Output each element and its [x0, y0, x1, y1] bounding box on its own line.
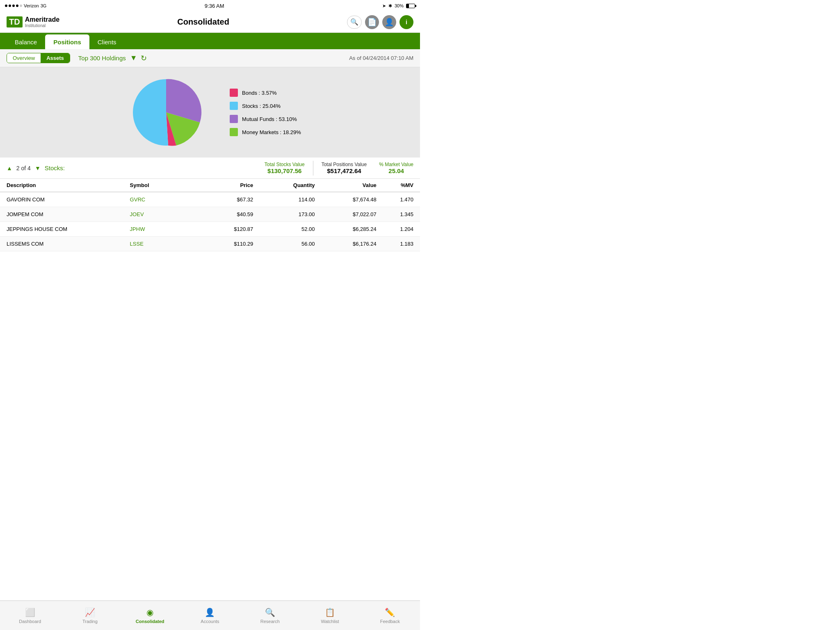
row2-symbol[interactable]: JOEV [130, 211, 192, 217]
search-icon: 🔍 [350, 18, 358, 26]
info-button[interactable]: i [399, 15, 413, 29]
page-info: 2 of 4 [16, 165, 31, 171]
total-positions-label: Total Positions Value [322, 162, 367, 167]
location-icon: ➤ [382, 3, 386, 9]
legend-money-markets: Money Markets : 18.29% [230, 128, 301, 136]
status-time: 9:36 AM [205, 3, 224, 9]
status-left: Verizon 3G [5, 3, 46, 8]
signal-dot [9, 5, 11, 7]
row2-value: $7,022.07 [315, 211, 377, 217]
divider [313, 161, 313, 176]
view-toggle: Overview Assets [7, 53, 70, 63]
row1-symbol[interactable]: GVRC [130, 196, 192, 203]
documents-icon: 📄 [368, 18, 377, 27]
row1-quantity: 114.00 [253, 196, 315, 203]
summary-row: ▲ 2 of 4 ▼ Stocks: Total Stocks Value $1… [0, 158, 420, 179]
account-button[interactable]: 👤 [382, 15, 396, 29]
mutual-funds-color [230, 115, 238, 123]
filter-icon[interactable]: ▼ [130, 54, 137, 62]
row2-quantity: 173.00 [253, 211, 315, 217]
row4-symbol[interactable]: LSSE [130, 241, 192, 247]
row4-value: $6,176.24 [315, 241, 377, 247]
col-value: Value [315, 182, 377, 188]
header-title: Consolidated [177, 17, 229, 27]
assets-button[interactable]: Assets [41, 53, 70, 63]
next-arrow[interactable]: ▼ [35, 165, 41, 171]
total-stocks-block: Total Stocks Value $130,707.56 [265, 162, 305, 174]
market-value-value: 25.04 [379, 167, 413, 174]
row3-quantity: 52.00 [253, 226, 315, 232]
row1-description: GAVORIN COM [7, 196, 130, 203]
overview-button[interactable]: Overview [7, 53, 41, 63]
table-row: JEPPINGS HOUSE COM JPHW $120.87 52.00 $6… [0, 222, 420, 237]
refresh-icon[interactable]: ↻ [141, 54, 147, 63]
tab-positions[interactable]: Positions [45, 34, 89, 49]
row4-mv: 1.183 [377, 241, 413, 247]
pie-svg [119, 75, 213, 149]
legend-mutual-funds: Mutual Funds : 53.10% [230, 115, 301, 123]
top-holdings-label: Top 300 Holdings [78, 55, 126, 62]
legend-stocks: Stocks : 25.04% [230, 102, 301, 110]
signal-dot [5, 5, 7, 7]
nav-tabs: Balance Positions Clients [0, 33, 420, 49]
total-stocks-value: $130,707.56 [265, 167, 305, 174]
toolbar: Overview Assets Top 300 Holdings ▼ ↻ As … [0, 49, 420, 67]
account-icon: 👤 [385, 18, 394, 27]
table-area: Description Symbol Price Quantity Value … [0, 179, 420, 251]
col-price: Price [192, 182, 253, 188]
table-header: Description Symbol Price Quantity Value … [0, 179, 420, 192]
status-bar: Verizon 3G 9:36 AM ➤ ✱ 30% [0, 0, 420, 11]
logo-text: Ameritrade Institutional [25, 16, 59, 28]
row1-price: $67.32 [192, 196, 253, 203]
row3-price: $120.87 [192, 226, 253, 232]
row4-description: LISSEMS COM [7, 241, 130, 247]
market-value-block: % Market Value 25.04 [379, 162, 413, 174]
market-value-label: % Market Value [379, 162, 413, 167]
table-row: LISSEMS COM LSSE $110.29 56.00 $6,176.24… [0, 237, 420, 251]
summary-values: Total Stocks Value $130,707.56 Total Pos… [265, 161, 413, 176]
battery-fill [406, 4, 409, 8]
legend-bonds: Bonds : 3.57% [230, 89, 301, 97]
row3-value: $6,285.24 [315, 226, 377, 232]
row2-price: $40.59 [192, 211, 253, 217]
row3-symbol[interactable]: JPHW [130, 226, 192, 232]
network-label: 3G [41, 3, 47, 8]
tab-clients[interactable]: Clients [89, 34, 125, 49]
header: TD Ameritrade Institutional Consolidated… [0, 11, 420, 33]
bluetooth-icon: ✱ [388, 3, 392, 9]
stocks-label: Stocks : 25.04% [242, 103, 281, 109]
row2-mv: 1.345 [377, 211, 413, 217]
row1-value: $7,674.48 [315, 196, 377, 203]
row4-price: $110.29 [192, 241, 253, 247]
documents-button[interactable]: 📄 [365, 15, 379, 29]
battery-percent: 30% [395, 3, 404, 8]
signal-dot [12, 5, 15, 7]
battery-icon [406, 4, 415, 8]
mutual-funds-label: Mutual Funds : 53.10% [242, 116, 297, 122]
brand-name: Ameritrade [25, 16, 59, 23]
carrier-label: Verizon [24, 3, 39, 8]
signal-dot [16, 5, 18, 7]
table-row: JOMPEM COM JOEV $40.59 173.00 $7,022.07 … [0, 207, 420, 222]
signal-dots [5, 5, 22, 7]
total-stocks-label: Total Stocks Value [265, 162, 305, 167]
td-logo: TD [7, 16, 23, 27]
tab-balance[interactable]: Balance [7, 34, 45, 49]
category-label: Stocks: [45, 164, 65, 171]
row2-description: JOMPEM COM [7, 211, 130, 217]
pie-chart [119, 75, 213, 149]
table-row: GAVORIN COM GVRC $67.32 114.00 $7,674.48… [0, 192, 420, 207]
col-description: Description [7, 182, 130, 188]
money-markets-label: Money Markets : 18.29% [242, 129, 301, 135]
logo: TD Ameritrade Institutional [7, 16, 59, 28]
total-positions-value: $517,472.64 [322, 167, 367, 174]
info-icon: i [406, 19, 407, 25]
bonds-label: Bonds : 3.57% [242, 90, 277, 96]
timestamp: As of 04/24/2014 07:10 AM [349, 55, 413, 61]
chart-legend: Bonds : 3.57% Stocks : 25.04% Mutual Fun… [230, 89, 301, 136]
row4-quantity: 56.00 [253, 241, 315, 247]
search-button[interactable]: 🔍 [347, 16, 362, 29]
prev-arrow[interactable]: ▲ [7, 165, 12, 171]
nav-arrows: ▲ 2 of 4 ▼ [7, 165, 41, 171]
status-right: ➤ ✱ 30% [382, 3, 415, 9]
